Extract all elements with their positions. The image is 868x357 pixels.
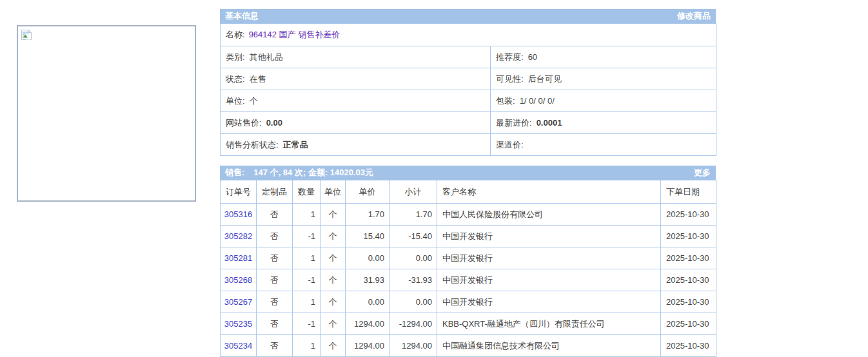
- order-link[interactable]: 305281: [224, 253, 252, 263]
- table-row: 305316 否 1 个 1.70 1.70 中国人民保险股份有限公司 2025…: [221, 204, 716, 226]
- sales-analysis-cell: 销售分析状态:正常品: [221, 134, 491, 156]
- packaging-value: 1/ 0/ 0/ 0/: [520, 96, 555, 106]
- basic-info-header: 基本信息 修改商品: [220, 9, 716, 23]
- table-row: 305281 否 1 个 0.00 0.00 中国开发银行 2025-10-30: [221, 247, 716, 269]
- unit-cell: 个: [321, 313, 346, 335]
- customer-cell: 中国开发银行: [437, 247, 661, 269]
- detail-column: 基本信息 修改商品 名称:964142 国产 销售补差价 类别:其他礼品 推荐度…: [220, 9, 716, 357]
- price-cell: 1294.00: [346, 335, 390, 357]
- sales-title: 销售:: [225, 167, 244, 179]
- recommendation-label: 推荐度:: [496, 52, 524, 62]
- order-no-cell: 305267: [221, 291, 257, 313]
- sales-header-text: 销售: 147 个, 84 次; 金额: 14020.03元: [225, 167, 373, 179]
- visibility-value: 后台可见: [528, 74, 562, 84]
- unit-cell: 单位:个: [221, 90, 491, 112]
- packaging-label: 包装:: [496, 96, 515, 106]
- name-label: 名称:: [226, 30, 245, 39]
- unit-value: 个: [250, 96, 258, 106]
- custom-cell: 否: [257, 313, 293, 335]
- col-header-price: 单价: [346, 180, 390, 204]
- order-no-cell: 305268: [221, 269, 257, 291]
- qty-cell: 1: [293, 335, 321, 357]
- sales-table-header-row: 订单号 定制品 数量 单位 单价 小计 客户名称 下单日期: [221, 180, 716, 204]
- unit-cell: 个: [321, 204, 346, 226]
- date-cell: 2025-10-30: [661, 247, 716, 269]
- qty-cell: -1: [293, 269, 321, 291]
- channel-price-label: 渠道价:: [496, 140, 524, 150]
- price-cell: 0.00: [346, 247, 390, 269]
- price-cell: 31.93: [346, 269, 390, 291]
- unit-label: 单位:: [226, 96, 245, 106]
- customer-cell: KBB-QXRT-融通地产（四川）有限责任公司: [437, 313, 661, 335]
- name-cell: 名称:964142 国产 销售补差价: [221, 24, 716, 46]
- category-label: 类别:: [226, 52, 245, 62]
- product-name-link[interactable]: 964142 国产 销售补差价: [249, 30, 340, 39]
- unit-cell: 个: [321, 269, 346, 291]
- subtotal-cell: 1294.00: [390, 335, 437, 357]
- date-cell: 2025-10-30: [661, 226, 716, 247]
- order-no-cell: 305316: [221, 204, 257, 226]
- order-no-cell: 305281: [221, 247, 257, 269]
- broken-image-icon: [21, 29, 32, 41]
- latest-cost-value: 0.0001: [537, 118, 562, 128]
- order-no-cell: 305235: [221, 313, 257, 335]
- date-cell: 2025-10-30: [661, 204, 716, 226]
- basic-info-title: 基本信息: [225, 10, 259, 22]
- basic-info-table: 名称:964142 国产 销售补差价 类别:其他礼品 推荐度:60 状态:在售 …: [220, 23, 716, 156]
- customer-cell: 中国开发银行: [437, 269, 661, 291]
- packaging-cell: 包装:1/ 0/ 0/ 0/: [491, 90, 716, 112]
- latest-cost-label: 最新进价:: [496, 118, 532, 128]
- customer-cell: 中国人民保险股份有限公司: [437, 204, 661, 226]
- order-link[interactable]: 305234: [224, 341, 252, 351]
- site-price-label: 网站售价:: [226, 118, 262, 128]
- table-row: 305282 否 -1 个 15.40 -15.40 中国开发银行 2025-1…: [221, 226, 716, 247]
- order-link[interactable]: 305282: [224, 231, 252, 241]
- basic-info-row: 网站售价:0.00 最新进价:0.0001: [221, 112, 716, 134]
- table-row: 305234 否 1 个 1294.00 1294.00 中国融通集团信息技术有…: [221, 335, 716, 357]
- custom-cell: 否: [257, 269, 293, 291]
- subtotal-cell: 0.00: [390, 291, 437, 313]
- latest-cost-cell: 最新进价:0.0001: [491, 112, 716, 134]
- sales-summary: 147 个, 84 次; 金额: 14020.03元: [253, 167, 373, 179]
- table-row: 305235 否 -1 个 1294.00 -1294.00 KBB-QXRT-…: [221, 313, 716, 335]
- price-cell: 1294.00: [346, 313, 390, 335]
- order-link[interactable]: 305235: [224, 319, 252, 329]
- qty-cell: -1: [293, 226, 321, 247]
- custom-cell: 否: [257, 247, 293, 269]
- sales-header: 销售: 147 个, 84 次; 金额: 14020.03元 更多: [220, 166, 716, 180]
- table-row: 305268 否 -1 个 31.93 -31.93 中国开发银行 2025-1…: [221, 269, 716, 291]
- qty-cell: 1: [293, 291, 321, 313]
- price-cell: 1.70: [346, 204, 390, 226]
- col-header-unit: 单位: [321, 180, 346, 204]
- sales-analysis-value: 正常品: [283, 140, 308, 150]
- col-header-subtotal: 小计: [390, 180, 437, 204]
- status-value: 在售: [250, 74, 266, 84]
- basic-info-row: 状态:在售 可见性:后台可见: [221, 68, 716, 90]
- edit-product-link[interactable]: 修改商品: [677, 10, 711, 22]
- custom-cell: 否: [257, 335, 293, 357]
- sales-table: 订单号 定制品 数量 单位 单价 小计 客户名称 下单日期 305316 否 1…: [220, 180, 716, 357]
- date-cell: 2025-10-30: [661, 291, 716, 313]
- basic-info-row: 销售分析状态:正常品 渠道价:: [221, 134, 716, 156]
- customer-cell: 中国开发银行: [437, 226, 661, 247]
- customer-cell: 中国融通集团信息技术有限公司: [437, 335, 661, 357]
- more-link[interactable]: 更多: [694, 167, 711, 179]
- subtotal-cell: 0.00: [390, 247, 437, 269]
- order-link[interactable]: 305267: [224, 297, 252, 307]
- sales-panel: 销售: 147 个, 84 次; 金额: 14020.03元 更多 订单号 定制…: [220, 166, 716, 357]
- unit-cell: 个: [321, 247, 346, 269]
- qty-cell: 1: [293, 247, 321, 269]
- custom-cell: 否: [257, 204, 293, 226]
- table-row: 305267 否 1 个 0.00 0.00 中国开发银行 2025-10-30: [221, 291, 716, 313]
- channel-price-cell: 渠道价:: [491, 134, 716, 156]
- unit-cell: 个: [321, 291, 346, 313]
- customer-cell: 中国开发银行: [437, 291, 661, 313]
- col-header-custom: 定制品: [257, 180, 293, 204]
- col-header-date: 下单日期: [661, 180, 716, 204]
- visibility-label: 可见性:: [496, 74, 524, 84]
- order-link[interactable]: 305268: [224, 275, 252, 285]
- product-image-box: [17, 25, 196, 202]
- order-link[interactable]: 305316: [224, 209, 252, 219]
- status-label: 状态:: [226, 74, 245, 84]
- price-cell: 15.40: [346, 226, 390, 247]
